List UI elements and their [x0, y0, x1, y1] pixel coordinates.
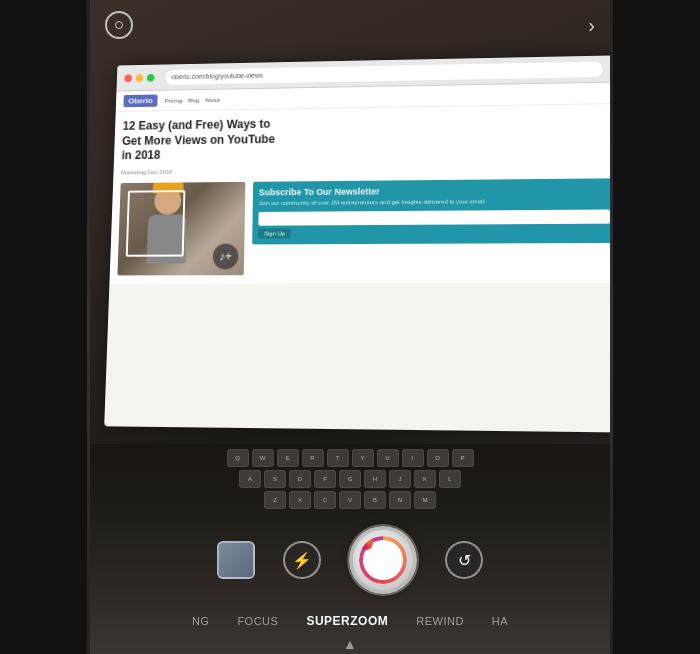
- mode-superzoom[interactable]: SUPERZOOM: [292, 610, 402, 632]
- keyboard-rows: Q W E R T Y U I O P A S D F G H: [95, 449, 605, 512]
- kb-key: O: [427, 449, 449, 467]
- kb-key: E: [277, 449, 299, 467]
- kb-key: H: [364, 470, 386, 488]
- music-note-icon: ♪+: [213, 243, 239, 269]
- focus-box: [126, 190, 186, 257]
- kb-key: I: [402, 449, 424, 467]
- subscribe-email-input[interactable]: [258, 209, 610, 225]
- shutter-inner: [359, 536, 407, 584]
- subscribe-box: Subscribe To Our Newsletter Join our com…: [252, 178, 610, 244]
- mode-focus[interactable]: FOCUS: [223, 611, 292, 631]
- kb-key: A: [239, 470, 261, 488]
- kb-key: B: [364, 491, 386, 509]
- side-panel-left: [0, 0, 90, 654]
- mode-hands-free[interactable]: HA: [478, 611, 522, 631]
- kb-key: V: [339, 491, 361, 509]
- kb-key: L: [439, 470, 461, 488]
- flip-icon: ↺: [458, 551, 471, 570]
- subscribe-title: Subscribe To Our Newsletter: [259, 184, 610, 197]
- mode-ng[interactable]: NG: [178, 611, 224, 631]
- kb-key: W: [252, 449, 274, 467]
- browser-min-dot: [136, 74, 144, 82]
- gallery-button[interactable]: [217, 541, 255, 579]
- article-image: ♪+: [117, 182, 245, 276]
- article-body: ♪+ Subscribe To Our Newsletter Join our …: [117, 178, 610, 275]
- camera-buttons: ⚡ ↺: [90, 514, 610, 602]
- kb-key: T: [327, 449, 349, 467]
- shutter-button[interactable]: [349, 526, 417, 594]
- kb-row-2: A S D F G H J K L: [95, 470, 605, 488]
- focus-ring-icon[interactable]: [105, 11, 133, 39]
- bottom-arrow-icon: ▲: [343, 636, 357, 652]
- url-text: oberlo.com/blog/youtube-views: [171, 72, 263, 80]
- flash-icon: ⚡: [292, 551, 312, 570]
- kb-key: M: [414, 491, 436, 509]
- chevron-right-icon[interactable]: ›: [588, 14, 595, 37]
- side-panel-right: [610, 0, 700, 654]
- article-sidebar: Subscribe To Our Newsletter Join our com…: [252, 178, 610, 275]
- article-title: 12 Easy (and Free) Ways to Get More View…: [121, 117, 275, 164]
- kb-key: U: [377, 449, 399, 467]
- browser-url-bar: oberlo.com/blog/youtube-views: [165, 61, 603, 85]
- kb-key: Y: [352, 449, 374, 467]
- kb-key: Z: [264, 491, 286, 509]
- kb-row-1: Q W E R T Y U I O P: [95, 449, 605, 467]
- browser-close-dot: [124, 74, 132, 82]
- mode-rewind[interactable]: REWIND: [402, 611, 478, 631]
- kb-row-3: Z X C V B N M: [95, 491, 605, 509]
- gallery-thumbnail: [219, 543, 253, 577]
- laptop-screen: oberlo.com/blog/youtube-views Oberlo Pri…: [104, 55, 610, 432]
- shutter-center: [359, 536, 373, 550]
- viewfinder[interactable]: oberlo.com/blog/youtube-views Oberlo Pri…: [90, 0, 610, 654]
- site-nav: Pricing Blog About: [165, 97, 220, 104]
- flash-button[interactable]: ⚡: [283, 541, 321, 579]
- kb-key: Q: [227, 449, 249, 467]
- oberlo-logo: Oberlo: [123, 94, 157, 107]
- kb-key: X: [289, 491, 311, 509]
- kb-key: F: [314, 470, 336, 488]
- kb-key: D: [289, 470, 311, 488]
- kb-key: K: [414, 470, 436, 488]
- kb-key: J: [389, 470, 411, 488]
- flip-camera-button[interactable]: ↺: [445, 541, 483, 579]
- kb-key: R: [302, 449, 324, 467]
- browser-max-dot: [147, 74, 155, 82]
- site-content: 12 Easy (and Free) Ways to Get More View…: [109, 104, 610, 283]
- kb-key: N: [389, 491, 411, 509]
- kb-key: P: [452, 449, 474, 467]
- subscribe-body: Join our community of over 1M entreprene…: [259, 197, 610, 207]
- kb-key: G: [339, 470, 361, 488]
- bottom-controls: ⚡ ↺ NG FOCUS SUPERZOOM REWIND: [90, 514, 610, 654]
- subscribe-button[interactable]: Sign Up: [258, 228, 291, 238]
- article-meta: Marketing Dec 2018: [121, 164, 610, 175]
- top-controls: ›: [90, 0, 610, 50]
- main-container: oberlo.com/blog/youtube-views Oberlo Pri…: [0, 0, 700, 654]
- kb-key: S: [264, 470, 286, 488]
- kb-key: C: [314, 491, 336, 509]
